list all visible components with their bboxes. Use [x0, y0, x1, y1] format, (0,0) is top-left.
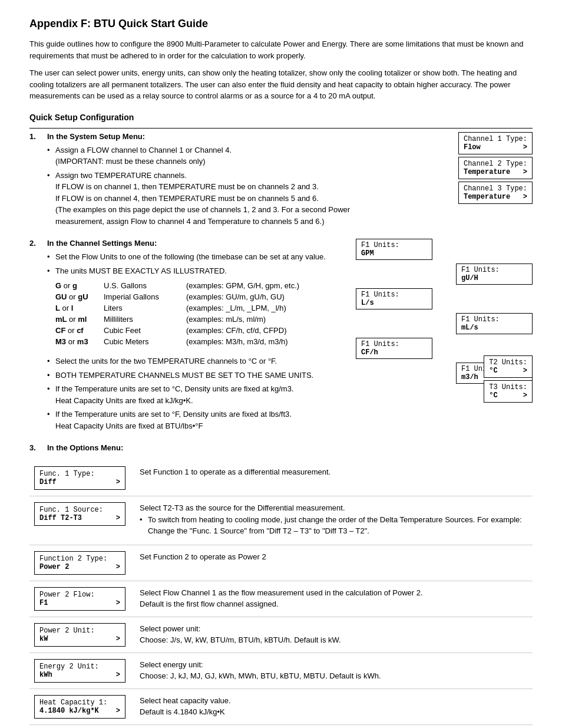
temp-bullet1: Select the units for the two TEMPERATURE… — [47, 355, 441, 367]
fu-ls: F1 Units: L/s — [356, 288, 432, 309]
section2-bullets: Set the Flow Units to one of the followi… — [47, 251, 344, 276]
t2-value: °C> — [489, 367, 527, 375]
channel1-panel: Channel 1 Type: Flow> — [458, 132, 533, 154]
options-row6: Energy 2 Unit: kWh> Select energy unit:C… — [29, 653, 533, 689]
fu-guh: F1 Units: gU/H — [456, 263, 533, 285]
func1-source-box: Func. 1 Source: Diff T2-T3> — [34, 502, 125, 526]
options-row1: Func. 1 Type: Diff> Set Function 1 to op… — [29, 460, 533, 496]
section2-bullet2: The units MUST BE EXACTLY AS ILLUSTRATED… — [47, 265, 344, 277]
power2-flow-box: Power 2 Flow: F1> — [34, 587, 125, 611]
fu-gpm: F1 Units: GPM — [356, 239, 432, 260]
func1-type-box: Func. 1 Type: Diff> — [34, 466, 125, 490]
heat-capacity-box: Heat Capacity 1: 4.1840 kJ/kg*K> — [34, 695, 125, 719]
energy2-unit-box: Energy 2 Unit: kWh> — [34, 659, 125, 683]
options-row4: Power 2 Flow: F1> Select Flow Channel 1 … — [29, 581, 533, 617]
channel3-panel: Channel 3 Type: Temperature> — [458, 182, 533, 204]
t3-value: °C> — [489, 391, 527, 400]
power2-flow-desc: Select Flow Channel 1 as the flow measur… — [135, 581, 533, 617]
section2-number: 2. — [29, 239, 41, 347]
units-row4: mL or ml Milliliters (examples: mL/s, ml… — [47, 314, 303, 325]
func2-type-box: Function 2 Type: Power 2> — [34, 551, 125, 575]
options-row8: Density 2: 999.97 kg/m3> Select the dens… — [29, 724, 533, 728]
section1-header: In the System Setup Menu: — [47, 132, 424, 141]
options-row5: Power 2 Unit: kW> Select power unit:Choo… — [29, 617, 533, 653]
energy2-unit-desc: Select energy unit:Choose: J, kJ, MJ, GJ… — [135, 653, 533, 689]
units-row3: L or l Liters (examples: _L/m, _LPM, _l/… — [47, 302, 303, 314]
power2-unit-box: Power 2 Unit: kW> — [34, 623, 125, 647]
options-box-cell5: Power 2 Unit: kW> — [29, 617, 135, 653]
options-box-cell1: Func. 1 Type: Diff> — [29, 460, 135, 496]
section3-header: In the Options Menu: — [47, 443, 123, 452]
intro-para1: This guide outlines how to configure the… — [29, 38, 533, 61]
options-row7: Heat Capacity 1: 4.1840 kJ/kg*K> Select … — [29, 689, 533, 724]
options-box-cell6: Energy 2 Unit: kWh> — [29, 653, 135, 689]
channel1-value: Flow> — [464, 143, 527, 151]
options-box-cell4: Power 2 Flow: F1> — [29, 581, 135, 617]
options-box-cell8: Density 2: 999.97 kg/m3> — [29, 724, 135, 728]
section2-bullet1: Set the Flow Units to one of the followi… — [47, 251, 344, 263]
channel2-label: Channel 2 Type: — [464, 160, 527, 168]
func1-source-desc: Select T2-T3 as the source for the Diffe… — [135, 496, 533, 545]
temp-bullets: Select the units for the two TEMPERATURE… — [47, 355, 441, 431]
units-row5: CF or cf Cubic Feet (examples: CF/h, cf/… — [47, 325, 303, 336]
section1-bullets: Assign a FLOW channel to Channel 1 or Ch… — [47, 144, 424, 228]
options-table: Func. 1 Type: Diff> Set Function 1 to op… — [29, 460, 533, 728]
units-row2: GU or gU Imperial Gallons (examples: GU/… — [47, 291, 303, 302]
channel3-label: Channel 3 Type: — [464, 185, 527, 193]
channel2-value: Temperature> — [464, 168, 527, 176]
temp-bullet3: If the Temperature units are set to °C, … — [47, 383, 441, 406]
quick-setup-title: Quick Setup Configuration — [29, 113, 533, 122]
section2: 2. In the Channel Settings Menu: Set the… — [29, 239, 533, 434]
t2-label: T2 Units: — [489, 358, 527, 367]
temp-bullet2: BOTH TEMPERATURE CHANNELS MUST BE SET TO… — [47, 370, 441, 381]
density2-desc: Select the density of the liquid. If the… — [135, 724, 533, 728]
temp-bullet4: If the Temperature units are set to °F, … — [47, 409, 441, 431]
section3: 3. In the Options Menu: Func. 1 Type: Di… — [29, 443, 533, 728]
heat-capacity-desc: Select heat capacity value.Default is 4.… — [135, 689, 533, 724]
temp-section: Select the units for the two TEMPERATURE… — [29, 355, 533, 434]
func2-type-desc: Set Function 2 to operate as Power 2 — [135, 545, 533, 581]
options-row2: Func. 1 Source: Diff T2-T3> Select T2-T3… — [29, 496, 533, 545]
t2-units-panel: T2 Units: °C> — [484, 355, 533, 378]
options-box-cell2: Func. 1 Source: Diff T2-T3> — [29, 496, 135, 545]
section1: 1. In the System Setup Menu: Assign a FL… — [29, 132, 533, 230]
channel-panels: Channel 1 Type: Flow> Channel 2 Type: Te… — [458, 132, 533, 204]
units-row6: M3 or m3 Cubic Meters (examples: M3/h, m… — [47, 336, 303, 347]
section3-number: 3. — [29, 443, 41, 456]
t3-label: T3 Units: — [489, 383, 527, 391]
units-row1: G or g U.S. Gallons (examples: GPM, G/H,… — [47, 280, 303, 291]
section1-bullet2: Assign two TEMPERATURE channels. If FLOW… — [47, 170, 424, 228]
temp-units-panels: T2 Units: °C> T3 Units: °C> — [484, 355, 533, 403]
options-box-cell3: Function 2 Type: Power 2> — [29, 545, 135, 581]
section1-bullet1: Assign a FLOW channel to Channel 1 or Ch… — [47, 144, 424, 167]
power2-unit-desc: Select power unit:Choose: J/s, W, kW, BT… — [135, 617, 533, 653]
channel2-panel: Channel 2 Type: Temperature> — [458, 157, 533, 179]
channel3-value: Temperature> — [464, 193, 527, 201]
t3-units-panel: T3 Units: °C> — [484, 380, 533, 403]
page-title: Appendix F: BTU Quick Start Guide — [29, 18, 533, 30]
fu-mls: F1 Units: mL/s — [456, 313, 533, 334]
options-box-cell7: Heat Capacity 1: 4.1840 kJ/kg*K> — [29, 689, 135, 724]
func1-type-desc: Set Function 1 to operate as a different… — [135, 460, 533, 496]
channel1-label: Channel 1 Type: — [464, 135, 527, 143]
intro-para2: The user can select power units, energy … — [29, 67, 533, 102]
units-table: G or g U.S. Gallons (examples: GPM, G/H,… — [47, 280, 303, 347]
section1-number: 1. — [29, 132, 41, 230]
section2-header: In the Channel Settings Menu: — [47, 239, 344, 248]
func1-source-bullet: To switch from heating to cooling mode, … — [140, 514, 528, 537]
options-row3: Function 2 Type: Power 2> Set Function 2… — [29, 545, 533, 581]
